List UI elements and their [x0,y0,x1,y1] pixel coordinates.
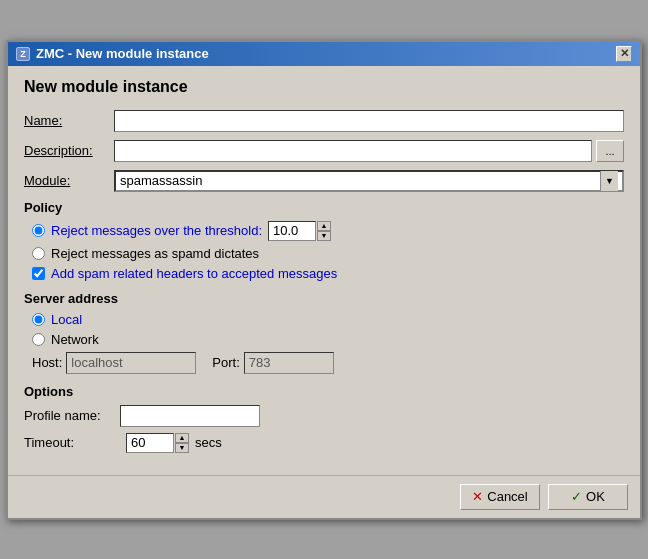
dialog-title: New module instance [24,78,624,96]
ok-label: OK [586,489,605,504]
reject-spamd-row: Reject messages as spamd dictates [32,246,624,261]
ok-button[interactable]: ✓ OK [548,484,628,510]
policy-section: Policy Reject messages over the threshol… [24,200,624,281]
dialog-content: New module instance Name: Description: .… [8,66,640,475]
module-select[interactable]: spamassassin ▼ [114,170,624,192]
port-label: Port: [212,355,239,370]
reject-spamd-radio[interactable] [32,247,45,260]
module-value: spamassassin [120,173,600,188]
timeout-row: Timeout: ▲ ▼ secs [24,433,624,453]
titlebar-icon: Z [16,47,30,61]
timeout-spin-up[interactable]: ▲ [175,433,189,443]
host-label: Host: [32,355,62,370]
network-radio[interactable] [32,333,45,346]
titlebar-title: ZMC - New module instance [36,46,209,61]
bottom-bar: ✕ Cancel ✓ OK [8,475,640,518]
cancel-icon: ✕ [472,489,483,504]
description-input[interactable] [114,140,592,162]
server-address-section: Server address Local Network Host: Port: [24,291,624,374]
reject-threshold-row: Reject messages over the threshold: ▲ ▼ [32,221,624,241]
name-label: Name: [24,113,114,128]
add-spam-headers-label: Add spam related headers to accepted mes… [51,266,337,281]
module-row: Module: spamassassin ▼ [24,170,624,192]
local-radio[interactable] [32,313,45,326]
ok-icon: ✓ [571,489,582,504]
module-dropdown-arrow[interactable]: ▼ [600,171,618,191]
profile-name-row: Profile name: [24,405,624,427]
host-port-row: Host: Port: [32,352,624,374]
options-section: Options Profile name: Timeout: ▲ ▼ secs [24,384,624,453]
port-input[interactable] [244,352,334,374]
reject-threshold-label: Reject messages over the threshold: [51,223,262,238]
reject-threshold-radio[interactable] [32,224,45,237]
timeout-label: Timeout: [24,435,120,450]
browse-button[interactable]: ... [596,140,624,162]
threshold-spinner[interactable]: ▲ ▼ [317,221,331,241]
network-radio-row: Network [32,332,624,347]
threshold-spin-up[interactable]: ▲ [317,221,331,231]
timeout-input[interactable] [126,433,174,453]
name-input[interactable] [114,110,624,132]
description-label: Description: [24,143,114,158]
threshold-input[interactable] [268,221,316,241]
cancel-button[interactable]: ✕ Cancel [460,484,540,510]
threshold-spin-down[interactable]: ▼ [317,231,331,241]
policy-header: Policy [24,200,624,215]
profile-name-input[interactable] [120,405,260,427]
timeout-unit: secs [195,435,222,450]
add-spam-headers-checkbox[interactable] [32,267,45,280]
network-label: Network [51,332,99,347]
dialog-window: Z ZMC - New module instance ✕ New module… [6,40,642,520]
module-label: Module: [24,173,114,188]
timeout-spin-down[interactable]: ▼ [175,443,189,453]
name-row: Name: [24,110,624,132]
options-header: Options [24,384,624,399]
cancel-label: Cancel [487,489,527,504]
profile-name-label: Profile name: [24,408,120,423]
local-radio-row: Local [32,312,624,327]
description-row: Description: ... [24,140,624,162]
titlebar: Z ZMC - New module instance ✕ [8,42,640,66]
close-button[interactable]: ✕ [616,46,632,62]
local-label: Local [51,312,82,327]
server-address-header: Server address [24,291,624,306]
add-spam-headers-row: Add spam related headers to accepted mes… [32,266,624,281]
host-input[interactable] [66,352,196,374]
reject-spamd-label: Reject messages as spamd dictates [51,246,259,261]
timeout-spinner[interactable]: ▲ ▼ [175,433,189,453]
